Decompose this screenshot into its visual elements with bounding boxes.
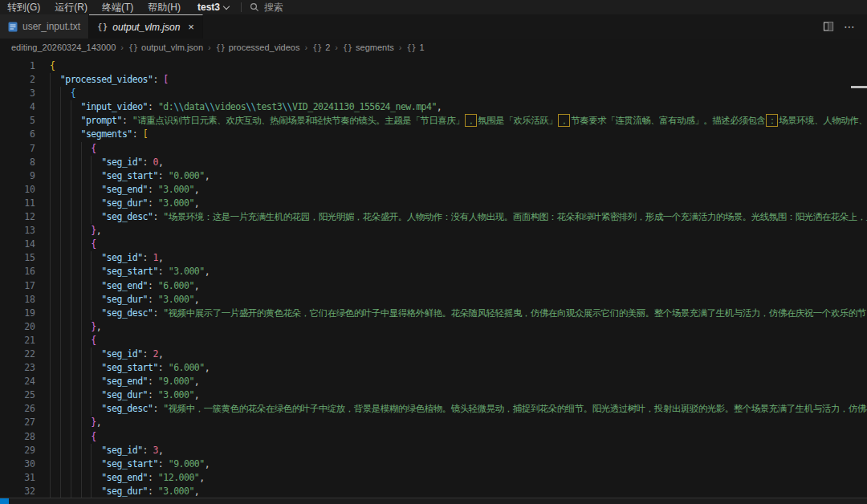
menu-item-terminal[interactable]: 终端(T) [95,0,140,14]
menu-items: 转到(G)运行(R)终端(T)帮助(H) [0,0,188,14]
breadcrumb-item-2[interactable]: {}processed_videos [216,43,300,52]
token-b3: { [71,87,75,99]
line-number: 19 [0,307,35,320]
token-k: "seg_end" [101,376,148,387]
token-s: VID_20241130_155624_new.mp4" [292,101,437,112]
line-number: 27 [0,416,35,429]
code-line[interactable]: 4"input_video": "d:\\data\\videos\\test3… [0,100,867,114]
code-line[interactable]: 7{ [0,142,867,156]
token-s: "3.000" [158,294,194,305]
tab-user-input-txt[interactable]: user_input.txt [0,14,89,39]
code-line[interactable]: 3{ [0,87,867,100]
line-number: 26 [0,402,35,416]
menu-item-help[interactable]: 帮助(H) [140,0,188,14]
code-line[interactable]: 14{ [0,238,867,251]
line-number: 14 [0,238,35,251]
token-k: "seg_desc" [101,211,153,222]
code-line[interactable]: 18"seg_dur": "3.000", [0,293,867,307]
code-line[interactable]: 17"seg_end": "6.000", [0,279,867,293]
token-b1: { [50,60,55,71]
close-icon[interactable]: × [188,22,194,32]
indent-guides [50,128,79,141]
menu-item-goto[interactable]: 转到(G) [0,0,47,14]
breadcrumb-item-3[interactable]: {}2 [312,43,330,52]
token-p: : [153,403,163,414]
code-line[interactable]: 23"seg_start": "6.000", [0,361,867,375]
menu-item-run[interactable]: 运行(R) [47,0,95,14]
line-number: 32 [0,485,35,498]
code-line[interactable]: 19"seg_desc": "视频中展示了一片盛开的黄色花朵，它们在绿色的叶子中… [0,307,867,320]
line-number: 8 [0,156,35,169]
token-s: 场景环境、人物动作、画面构图、光线氛围 [779,115,867,126]
code-line[interactable]: 5"prompt": "请重点识别节日元素、欢庆互动、热闹场景和轻快节奏的镜头。… [0,114,867,128]
code-line[interactable]: 27}, [0,416,867,429]
code-line[interactable]: 26"seg_desc": "视频中，一簇黄色的花朵在绿色的叶子中绽放，背景是模… [0,402,867,416]
code-line[interactable]: 6"segments": [ [0,128,867,141]
split-editor-icon[interactable] [823,21,834,32]
line-content: "seg_start": "0.000", [101,170,210,181]
line-content: "seg_end": "12.000", [101,472,205,483]
indent-guides [50,471,100,485]
code-line[interactable]: 31"seg_end": "12.000", [0,471,867,485]
code-line[interactable]: 24"seg_end": "9.000", [0,375,867,388]
code-line[interactable]: 29"seg_id": 3, [0,444,867,457]
search-box[interactable]: 搜索 [250,1,283,14]
code-line[interactable]: 2"processed_videos": [ [0,73,867,87]
line-content: "seg_start": "9.000", [101,458,210,469]
code-line[interactable]: 30"seg_start": "9.000", [0,457,867,471]
line-number: 10 [0,183,35,197]
code-line[interactable]: 13}, [0,224,867,238]
breadcrumb-separator: › [120,43,124,52]
vscode-window: 转到(G)运行(R)终端(T)帮助(H) test3 搜索 user_input… [0,0,867,504]
code-line[interactable]: 25"seg_dur": "3.000", [0,388,867,402]
overview-ruler-mark [851,86,867,88]
code-line[interactable]: 21{ [0,334,867,348]
code-line[interactable]: 1{ [0,59,867,73]
line-number: 15 [0,251,35,265]
token-p: , [199,472,204,483]
breadcrumb-item-4[interactable]: {}segments [343,43,394,52]
code-line[interactable]: 16"seg_start": "3.000", [0,265,867,278]
token-u: ： [766,114,778,127]
token-e: \\ [246,101,256,112]
code-line[interactable]: 8"seg_id": 0, [0,156,867,169]
code-line[interactable]: 28{ [0,430,867,444]
token-s: "0.000" [169,170,205,181]
workspace-selector[interactable]: test3 [197,2,230,13]
more-actions-icon[interactable]: ⋯ [844,20,856,33]
code-line[interactable]: 22"seg_id": 2, [0,348,867,361]
token-p: , [194,486,199,497]
symbol-braces-icon: {} [406,43,416,52]
indent-guides [50,100,79,114]
token-p: : [143,445,153,456]
breadcrumb-separator: › [208,43,211,52]
line-content: "input_video": "d:\\data\\videos\\test3\… [81,101,442,112]
code-line[interactable]: 9"seg_start": "0.000", [0,169,867,183]
token-k: "seg_end" [101,472,148,483]
indent-guides [50,169,100,183]
indent-guides [50,334,89,348]
breadcrumb-item-5[interactable]: {}1 [406,43,424,52]
line-number: 22 [0,348,35,361]
token-p: , [205,170,210,181]
code-line[interactable]: 12"seg_desc": "场景环境：这是一片充满生机的花园，阳光明媚，花朵盛… [0,210,867,224]
indent-guides [50,251,100,265]
token-b2: { [91,335,96,346]
line-content: "prompt": "请重点识别节日元素、欢庆互动、热闹场景和轻快节奏的镜头。主… [81,115,867,126]
line-content: "seg_desc": "视频中展示了一片盛开的黄色花朵，它们在绿色的叶子中显得… [101,307,867,319]
tab-output-vlm-json[interactable]: {}output_vlm.json× [89,14,203,39]
token-p: , [96,225,101,236]
token-p: , [194,389,199,400]
breadcrumb-item-0[interactable]: editing_20260324_143000 [11,43,116,52]
line-content: "processed_videos": [ [60,74,169,85]
remote-indicator[interactable] [0,498,9,504]
code-line[interactable]: 10"seg_end": "3.000", [0,183,867,197]
code-line[interactable]: 32"seg_dur": "3.000", [0,485,867,498]
code-line[interactable]: 15"seg_id": 1, [0,251,867,265]
code-line[interactable]: 11"seg_dur": "3.000", [0,197,867,210]
breadcrumb-item-1[interactable]: {}output_vlm.json [128,43,203,52]
line-content: "seg_end": "6.000", [101,280,199,291]
line-number: 24 [0,375,35,388]
breadcrumb-label: processed_videos [229,43,300,52]
code-line[interactable]: 20}, [0,320,867,334]
